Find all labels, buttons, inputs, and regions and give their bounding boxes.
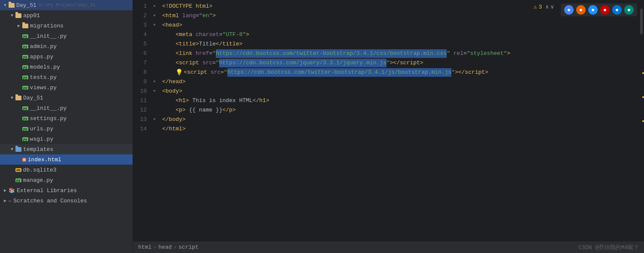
line-num-3: 3 [136, 21, 147, 30]
bootstrap-js-url: https://cdn.bootcss.com/twitter-bootstra… [227, 68, 452, 77]
wsgi-label: wsgi.py [30, 136, 54, 142]
sidebar-item-index-html[interactable]: H index.html [0, 154, 133, 165]
breadcrumb-head[interactable]: head [158, 244, 172, 250]
folder-icon-day51-pkg [15, 96, 21, 100]
code-line-13[interactable]: </body> [159, 115, 639, 124]
line-num-14: 14 [136, 124, 147, 134]
sidebar-item-views[interactable]: py views.py [0, 82, 133, 93]
fold-13[interactable]: ▼ [150, 115, 159, 124]
sidebar-item-urls[interactable]: py urls.py [0, 123, 133, 134]
editor-area: ⚠ 3 ∧ ∨ ● ● ● ● ● ● 1 2 3 4 5 6 7 [133, 0, 644, 253]
space-2 [179, 12, 182, 21]
sidebar-item-init-app01[interactable]: py __init__.py [0, 31, 133, 41]
arrow-ext-libs [2, 187, 9, 194]
db-icon: db [15, 168, 21, 172]
sidebar-item-day51-pkg[interactable]: Day_51 [0, 93, 133, 103]
fold-10[interactable]: ▼ [150, 87, 159, 96]
code-line-1[interactable]: <!DOCTYPE html> [159, 2, 639, 11]
rel-attr: rel [454, 49, 463, 58]
fold-14 [150, 124, 159, 134]
fold-1[interactable]: ▼ [150, 2, 159, 11]
line-num-6: 6 [136, 49, 147, 58]
meta-close: > [246, 30, 249, 39]
code-line-3[interactable]: <head> [159, 21, 639, 30]
fold-7 [150, 58, 159, 68]
bootstrap-css-url: https://cdn.bootcss.com/twitter-bootstra… [216, 49, 447, 58]
folder-icon-app01 [15, 13, 21, 18]
fold-9[interactable]: ▼ [150, 77, 159, 87]
code-line-14[interactable]: </html> [159, 124, 639, 134]
code-line-7[interactable]: <script src = "https://cdn.bootcss.com/j… [159, 58, 639, 68]
sidebar-item-models[interactable]: py models.py [0, 62, 133, 72]
sidebar-item-scratches[interactable]: ✏ Scratches and Consoles [0, 196, 133, 206]
folder-icon-project [9, 3, 15, 8]
code-line-2[interactable]: <html lang = "en" > [159, 11, 639, 21]
ext-libs-icon: 📚 [9, 187, 15, 194]
breadcrumb-html[interactable]: html [138, 244, 151, 250]
code-line-9[interactable]: </head> [159, 77, 639, 87]
arrow-app01 [9, 12, 15, 19]
eq-4: = [219, 30, 223, 39]
line-num-4: 4 [136, 30, 147, 39]
html-close-bracket: > [212, 12, 216, 21]
scratches-icon: ✏ [9, 198, 12, 204]
fold-gutter: ▼ ▼ ▼ ▼ ▼ ▼ [150, 0, 159, 241]
breadcrumb-sep-1: › [153, 244, 157, 250]
code-line-10[interactable]: <body> [159, 87, 639, 96]
code-area[interactable]: <!DOCTYPE html> <html lang = "en" > <hea… [159, 0, 639, 241]
sidebar-item-templates[interactable]: templates [0, 144, 133, 154]
code-line-12[interactable]: <p> {{ name }} </p> [159, 105, 639, 115]
sidebar-item-manage[interactable]: py manage.py [0, 175, 133, 185]
bootstrap-css-close-quote: " [447, 49, 450, 58]
sidebar-item-admin[interactable]: py admin.py [0, 41, 133, 51]
arrow-templates [9, 146, 15, 153]
models-label: models.py [30, 64, 60, 70]
fold-4 [150, 30, 159, 39]
p-close: </p> [222, 106, 236, 115]
html-tag: <html [162, 12, 179, 21]
title-text: Title [199, 40, 216, 49]
sidebar-item-migrations[interactable]: migrations [0, 21, 133, 31]
sidebar-item-project-root[interactable]: Day_51 D:\Py Project\Day_51 [0, 0, 133, 10]
indent-12 [162, 106, 175, 115]
code-line-11[interactable]: <h1> This is index HTML </h1> [159, 96, 639, 105]
arrow-migrations [15, 22, 22, 29]
rel-val: "stylesheet" [467, 49, 507, 58]
code-line-8[interactable]: 💡 <script src = "https://cdn.bootcss.com… [159, 68, 639, 77]
fold-2[interactable]: ▼ [150, 11, 159, 21]
jquery-url: https://cdn.bootcss.com/jquery/3.3.1/jqu… [219, 59, 387, 68]
views-label: views.py [30, 84, 57, 91]
breadcrumb-script[interactable]: script [178, 244, 199, 250]
code-line-4[interactable]: <meta charset = "UTF-8" > [159, 30, 639, 39]
sidebar-item-wsgi[interactable]: py wsgi.py [0, 134, 133, 144]
sidebar-item-settings[interactable]: py settings.py [0, 113, 133, 123]
line-num-8: 8 [136, 68, 147, 77]
space-6b [450, 49, 454, 58]
lightbulb-icon[interactable]: 💡 [175, 68, 183, 77]
python-icon-init-app01: py [22, 34, 28, 38]
sidebar-item-db[interactable]: db db.sqlite3 [0, 165, 133, 175]
fold-12 [150, 105, 159, 115]
code-line-6[interactable]: <link href = "https://cdn.bootcss.com/tw… [159, 49, 639, 58]
scrollbar[interactable] [639, 0, 644, 241]
python-icon-wsgi: py [22, 137, 28, 141]
sidebar-item-app01[interactable]: app01 [0, 10, 133, 21]
sidebar-item-external-libraries[interactable]: 📚 External Libraries [0, 185, 133, 196]
init-day51-label: __init__.py [30, 105, 67, 111]
app01-label: app01 [23, 12, 40, 19]
fold-11 [150, 96, 159, 105]
settings-label: settings.py [30, 115, 67, 122]
arrow-scratches [2, 197, 9, 204]
indent-11 [162, 96, 175, 105]
sidebar-item-apps[interactable]: py apps.py [0, 51, 133, 62]
html-close: </html> [162, 125, 186, 134]
breadcrumb: html › head › script [138, 244, 199, 250]
sidebar-item-init-day51[interactable]: py __init__.py [0, 103, 133, 113]
sidebar-item-tests[interactable]: py tests.py [0, 72, 133, 82]
line-num-5: 5 [136, 39, 147, 49]
fold-3[interactable]: ▼ [150, 21, 159, 30]
python-icon-views: py [22, 86, 28, 90]
meta-tag: <meta [175, 30, 192, 39]
code-line-5[interactable]: <title> Title </title> [159, 39, 639, 49]
arrow-day51-pkg [9, 94, 15, 101]
